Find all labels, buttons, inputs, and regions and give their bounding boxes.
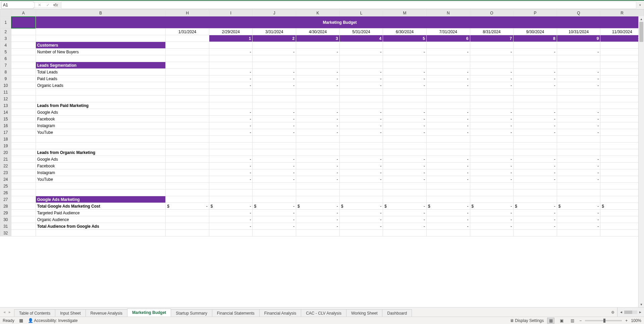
cell[interactable]	[383, 149, 427, 156]
cell[interactable]	[339, 89, 383, 96]
cell[interactable]	[600, 136, 644, 143]
cell[interactable]	[470, 136, 514, 143]
cell[interactable]	[514, 230, 557, 236]
cell[interactable]	[11, 42, 36, 49]
sheet-tab[interactable]: Startup Summary	[171, 309, 212, 317]
zoom-out-button[interactable]: −	[579, 318, 582, 323]
cell[interactable]: -	[339, 49, 383, 55]
page-layout-view-button[interactable]: ▣	[558, 318, 565, 324]
cell[interactable]	[209, 149, 253, 156]
cell[interactable]: -	[600, 163, 644, 169]
cell[interactable]	[166, 190, 209, 196]
cell[interactable]: Customers	[36, 42, 166, 49]
cell[interactable]: YouTube	[36, 176, 166, 183]
cell[interactable]: -	[253, 210, 296, 216]
cell[interactable]: $-	[253, 203, 296, 210]
cell[interactable]	[11, 96, 36, 102]
cell[interactable]: Google Ads	[36, 109, 166, 116]
cell[interactable]: -	[557, 82, 600, 89]
cell[interactable]: -	[600, 75, 644, 82]
cell[interactable]: -	[514, 109, 557, 116]
cell[interactable]	[383, 190, 427, 196]
cell[interactable]: -	[253, 69, 296, 75]
col-header[interactable]: A	[11, 10, 36, 16]
cell[interactable]: -	[426, 129, 470, 136]
cell[interactable]	[11, 136, 36, 143]
hscroll-right-icon[interactable]: ►	[638, 310, 643, 314]
row-header[interactable]: 16	[0, 122, 11, 129]
cell[interactable]: -	[426, 163, 470, 169]
row-header[interactable]: 25	[0, 183, 11, 190]
scroll-down-icon[interactable]: ▼	[639, 302, 644, 307]
cell[interactable]	[36, 136, 166, 143]
cell[interactable]	[514, 55, 557, 62]
cell[interactable]	[426, 62, 470, 69]
cell[interactable]: -	[296, 210, 340, 216]
cell[interactable]	[514, 96, 557, 102]
cell[interactable]: -	[514, 210, 557, 216]
cell[interactable]	[11, 143, 36, 149]
cell[interactable]	[11, 82, 36, 89]
cell[interactable]: -	[426, 169, 470, 176]
cell[interactable]: -	[557, 169, 600, 176]
cell[interactable]	[11, 169, 36, 176]
cell[interactable]	[253, 230, 296, 236]
cell[interactable]: -	[470, 49, 514, 55]
cell[interactable]: -	[296, 223, 340, 230]
row-header[interactable]: 9	[0, 75, 11, 82]
cell[interactable]: -	[470, 69, 514, 75]
cell[interactable]: $-	[209, 203, 253, 210]
cell[interactable]	[11, 49, 36, 55]
cell[interactable]	[383, 143, 427, 149]
cell[interactable]	[470, 143, 514, 149]
cell[interactable]: -	[600, 122, 644, 129]
cell[interactable]	[209, 143, 253, 149]
expand-formula-bar-icon[interactable]: ▾	[637, 3, 643, 7]
cell[interactable]	[296, 143, 340, 149]
cell[interactable]: -	[600, 49, 644, 55]
col-header[interactable]: P	[514, 10, 557, 16]
cell[interactable]: -	[426, 216, 470, 223]
cell[interactable]	[470, 190, 514, 196]
cell[interactable]: -	[600, 176, 644, 183]
cell[interactable]: -	[383, 216, 427, 223]
cell[interactable]: 1/31/2024	[166, 29, 209, 35]
cell[interactable]: Organic Audience	[36, 216, 166, 223]
sheet-tab[interactable]: Marketing Budget	[127, 309, 171, 317]
cell[interactable]	[11, 230, 36, 236]
cell[interactable]: -	[339, 109, 383, 116]
cell[interactable]: Leads Segmentation	[36, 62, 166, 69]
cell[interactable]: -	[557, 116, 600, 122]
cell[interactable]	[339, 143, 383, 149]
cell[interactable]	[36, 29, 166, 35]
sheet-tab[interactable]: Dashboard	[382, 309, 412, 317]
cell[interactable]	[296, 196, 340, 203]
row-header[interactable]: 5	[0, 49, 11, 55]
cell[interactable]	[600, 102, 644, 109]
cell[interactable]	[253, 143, 296, 149]
cell[interactable]: -	[514, 129, 557, 136]
row-header[interactable]: 8	[0, 69, 11, 75]
cell[interactable]: -	[426, 210, 470, 216]
cell[interactable]	[253, 55, 296, 62]
sheet-tab[interactable]: Revenue Analysis	[86, 309, 127, 317]
cell[interactable]: -	[557, 163, 600, 169]
accessibility-status[interactable]: 👤 Accessibility: Investigate	[28, 318, 78, 323]
cell[interactable]: -	[253, 156, 296, 163]
cell[interactable]	[166, 129, 209, 136]
title-cell[interactable]: Marketing Budget	[36, 16, 644, 29]
cell[interactable]	[11, 183, 36, 190]
cell[interactable]	[166, 223, 209, 230]
hscroll-track[interactable]	[624, 311, 637, 314]
cell[interactable]: -	[339, 69, 383, 75]
cell[interactable]	[557, 183, 600, 190]
cell[interactable]	[11, 116, 36, 122]
sheet-tab[interactable]: CAC - CLV Analysis	[301, 309, 346, 317]
cell[interactable]: -	[557, 49, 600, 55]
cell[interactable]	[600, 183, 644, 190]
cell[interactable]	[11, 102, 36, 109]
row-header[interactable]: 12	[0, 96, 11, 102]
row-header[interactable]: 19	[0, 143, 11, 149]
cell[interactable]	[557, 149, 600, 156]
cell[interactable]: -	[209, 109, 253, 116]
